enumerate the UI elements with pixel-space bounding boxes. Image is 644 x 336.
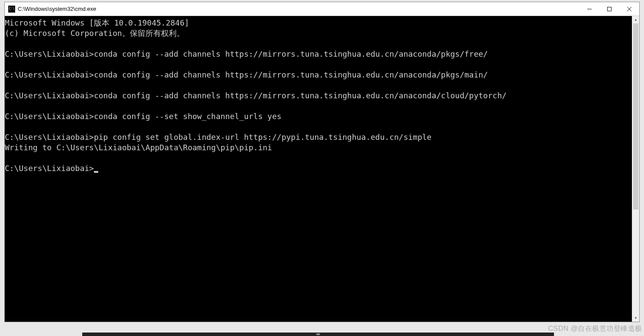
terminal-line	[5, 122, 632, 132]
terminal-output[interactable]: Microsoft Windows [版本 10.0.19045.2846](c…	[5, 16, 632, 322]
terminal-line: Microsoft Windows [版本 10.0.19045.2846]	[5, 18, 632, 28]
terminal-line	[5, 80, 632, 90]
taskbar-fragment	[82, 333, 554, 336]
window-controls	[580, 2, 639, 16]
taskbar-indicator	[316, 333, 320, 335]
maximize-button[interactable]	[599, 2, 619, 16]
close-button[interactable]	[619, 2, 639, 16]
terminal-line	[5, 153, 632, 163]
cmd-window: C:\ C:\Windows\system32\cmd.exe Microsof…	[4, 2, 640, 322]
titlebar[interactable]: C:\ C:\Windows\system32\cmd.exe	[5, 2, 639, 16]
terminal-line	[5, 39, 632, 49]
terminal-line: C:\Users\Lixiaobai>conda config --add ch…	[5, 70, 632, 80]
terminal-line	[5, 101, 632, 111]
terminal-line: Writing to C:\Users\Lixiaobai\AppData\Ro…	[5, 142, 632, 153]
terminal-line: C:\Users\Lixiaobai>conda config --add ch…	[5, 90, 632, 101]
terminal-line: C:\Users\Lixiaobai>conda config --set sh…	[5, 111, 632, 122]
close-icon	[627, 7, 631, 11]
minimize-button[interactable]	[580, 2, 599, 16]
content-area: Microsoft Windows [版本 10.0.19045.2846](c…	[5, 16, 639, 322]
terminal-line: C:\Users\Lixiaobai>conda config --add ch…	[5, 49, 632, 59]
minimize-icon	[587, 7, 592, 11]
terminal-line	[5, 59, 632, 70]
terminal-line: C:\Users\Lixiaobai>pip config set global…	[5, 132, 632, 142]
scroll-down-arrow-icon[interactable]: ▼	[632, 314, 639, 322]
window-title: C:\Windows\system32\cmd.exe	[18, 6, 580, 12]
terminal-line: C:\Users\Lixiaobai>	[5, 163, 632, 174]
scroll-up-arrow-icon[interactable]: ▲	[632, 16, 639, 23]
watermark-text: CSDN @自在极意功登峰造极	[548, 324, 642, 333]
cmd-icon: C:\	[8, 6, 15, 13]
maximize-icon	[607, 7, 612, 11]
scroll-thumb[interactable]	[633, 23, 638, 210]
vertical-scrollbar[interactable]: ▲ ▼	[632, 16, 639, 322]
cursor-icon	[94, 171, 98, 173]
terminal-line: (c) Microsoft Corporation。保留所有权利。	[5, 28, 632, 39]
svg-rect-1	[608, 7, 612, 11]
